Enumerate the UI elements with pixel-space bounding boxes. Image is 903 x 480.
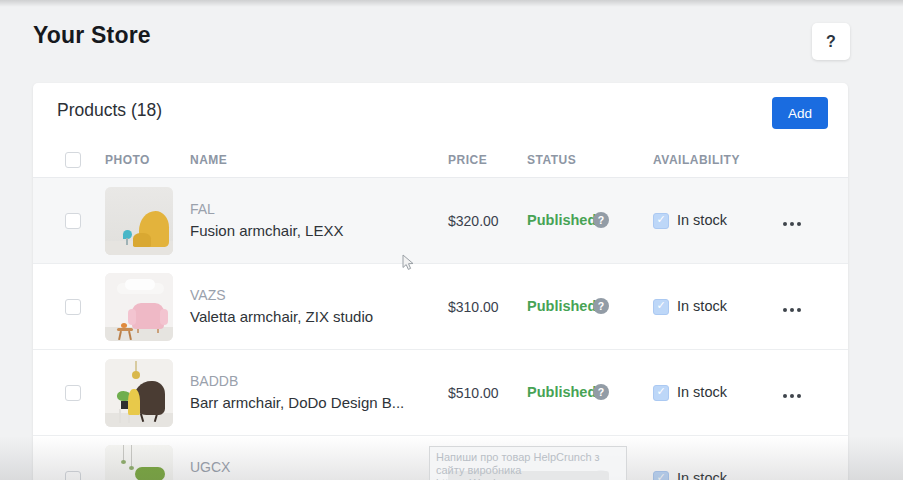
column-header-price: PRICE [448, 143, 487, 177]
product-sku: BADDB [190, 372, 404, 391]
status-badge: Published [527, 212, 596, 228]
column-header-name: NAME [190, 143, 227, 177]
product-price: $510.00 [448, 385, 499, 401]
product-name: Valetta armchair, ZIX studio [190, 305, 373, 328]
your-store-app: { "page": { "title": "Your Store", "help… [0, 0, 903, 480]
page-title: Your Store [33, 22, 151, 49]
table-row[interactable]: BADDB Barr armchair, DoDo Design B... $5… [33, 350, 848, 436]
photo-decor [135, 361, 137, 377]
row-actions-menu-icon[interactable] [783, 472, 817, 480]
column-header-status: STATUS [527, 143, 576, 177]
photo-decor [135, 467, 165, 480]
product-photo [105, 273, 173, 341]
photo-decor [121, 323, 127, 328]
photo-decor [133, 381, 165, 415]
photo-decor [132, 303, 164, 329]
table-body: FAL Fusion armchair, LEXX $320.00 Publis… [33, 178, 848, 480]
row-checkbox[interactable] [65, 299, 81, 315]
row-actions-menu-icon[interactable] [783, 300, 817, 314]
photo-decor [125, 279, 155, 290]
product-name-cell: VAZS Valetta armchair, ZIX studio [190, 286, 373, 328]
row-actions-menu-icon[interactable] [783, 386, 817, 400]
panel-title: Products (18) [57, 100, 162, 121]
photo-decor [129, 466, 134, 470]
product-sku: FAL [190, 200, 343, 219]
row-checkbox[interactable] [65, 213, 81, 229]
in-stock-label: In stock [677, 298, 727, 314]
status-badge: Published [527, 384, 596, 400]
product-photo [105, 187, 173, 255]
in-stock-checkbox[interactable] [653, 299, 669, 315]
column-header-photo: PHOTO [105, 143, 150, 177]
photo-decor [117, 328, 133, 331]
in-stock-label: In stock [677, 470, 727, 480]
in-stock-checkbox[interactable] [653, 471, 669, 480]
status-badge: Published [527, 298, 596, 314]
product-photo [105, 359, 173, 427]
product-name-cell: FAL Fusion armchair, LEXX [190, 200, 343, 242]
status-info-icon[interactable]: ? [593, 212, 609, 228]
row-actions-menu-icon[interactable] [783, 214, 817, 228]
product-name-cell: BADDB Barr armchair, DoDo Design B... [190, 372, 404, 414]
product-name-cell: UGCX [190, 458, 230, 477]
product-price: $320.00 [448, 213, 499, 229]
column-header-availability: AVAILABILITY [653, 143, 740, 177]
product-price: $310.00 [448, 299, 499, 315]
add-product-button[interactable]: Add [772, 97, 828, 129]
row-checkbox[interactable] [65, 385, 81, 401]
photo-decor [123, 230, 132, 239]
table-row[interactable]: FAL Fusion armchair, LEXX $320.00 Publis… [33, 178, 848, 264]
status-info-icon[interactable]: ? [593, 298, 609, 314]
table-header: PHOTO NAME PRICE STATUS AVAILABILITY [33, 143, 848, 178]
photo-decor [121, 460, 126, 464]
in-stock-label: In stock [677, 384, 727, 400]
tooltip-line: Напиши про товар HelpCrunch з сайту виро… [436, 451, 620, 477]
product-sku: VAZS [190, 286, 373, 305]
in-stock-checkbox[interactable] [653, 213, 669, 229]
products-panel: Products (18) Add PHOTO NAME PRICE STATU… [33, 83, 848, 480]
status-info-icon[interactable]: ? [593, 384, 609, 400]
product-name: Barr armchair, DoDo Design B... [190, 391, 404, 414]
photo-decor [121, 401, 128, 409]
photo-decor [137, 329, 159, 333]
product-sku: UGCX [190, 458, 230, 477]
photo-decor [123, 445, 124, 461]
photo-decor [105, 413, 173, 427]
screen-edge-shade [0, 0, 903, 7]
product-name: Fusion armchair, LEXX [190, 219, 343, 242]
mouse-cursor [402, 254, 415, 276]
photo-decor [131, 445, 132, 467]
row-checkbox[interactable] [65, 471, 81, 480]
select-all-checkbox[interactable] [65, 152, 81, 168]
in-stock-label: In stock [677, 212, 727, 228]
in-stock-checkbox[interactable] [653, 385, 669, 401]
taskbar-tooltip: Напиши про товар HelpCrunch з сайту виро… [429, 446, 627, 480]
table-row[interactable]: VAZS Valetta armchair, ZIX studio $310.0… [33, 264, 848, 350]
photo-decor [139, 211, 169, 247]
help-button[interactable]: ? [812, 23, 850, 60]
product-photo [105, 445, 173, 480]
